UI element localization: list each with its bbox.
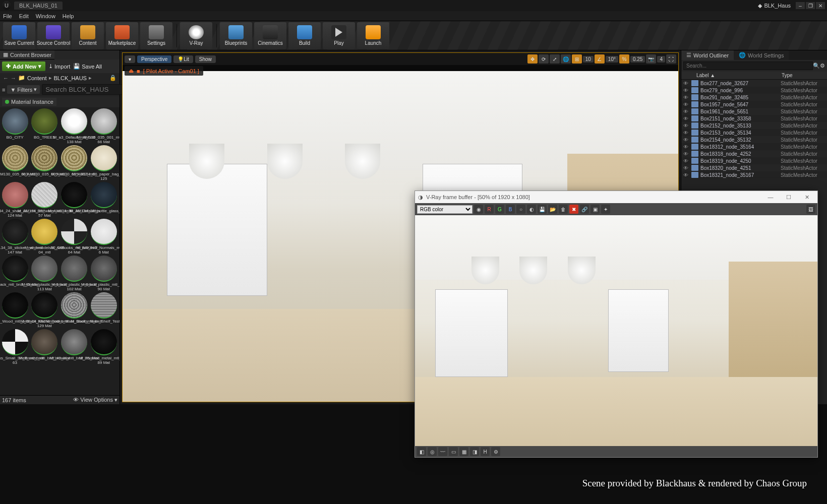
scale-snap-value[interactable]: 0.25 bbox=[630, 56, 645, 62]
vfb-h-icon[interactable]: H bbox=[481, 447, 490, 456]
grid-snap-icon[interactable]: ⊞ bbox=[572, 54, 582, 64]
vfb-titlebar[interactable]: ◑ V-Ray frame buffer - [50% of 1920 x 10… bbox=[415, 191, 817, 203]
vfb-load-icon[interactable]: 📂 bbox=[548, 205, 557, 214]
outliner-search-input[interactable] bbox=[683, 61, 813, 70]
visibility-icon[interactable]: 👁 bbox=[682, 95, 689, 100]
asset-item[interactable]: M_AM134_06_paper_bag_mtl_brdf 125 bbox=[90, 145, 117, 181]
asset-item[interactable]: M_AM134_38_bottle_glass_white_mtl bbox=[90, 182, 117, 218]
search-icon[interactable]: 🔍 bbox=[813, 62, 820, 69]
toolbar-source-control-button[interactable]: Source Control bbox=[37, 22, 70, 49]
vfb-switch-icon[interactable]: ◐ bbox=[527, 205, 536, 214]
asset-item[interactable]: M_black_plastic_mtl_brdf 90 Mat bbox=[90, 256, 117, 291]
toolbar-play-button[interactable]: Play bbox=[323, 22, 355, 49]
vray-frame-buffer-window[interactable]: ◑ V-Ray frame buffer - [50% of 1920 x 10… bbox=[415, 191, 818, 458]
toolbar-settings-button[interactable]: Settings bbox=[140, 22, 172, 49]
tab-world-outliner[interactable]: ☰ World Outliner bbox=[681, 50, 734, 60]
vfb-stamp-icon[interactable]: ▭ bbox=[449, 447, 458, 456]
translate-gizmo-icon[interactable]: ✥ bbox=[527, 54, 538, 64]
toolbar-cinematics-button[interactable]: Cinematics bbox=[254, 22, 286, 49]
perspective-button[interactable]: Perspective bbox=[137, 55, 171, 63]
coord-space-icon[interactable]: 🌐 bbox=[561, 54, 571, 64]
asset-item[interactable]: BG_CITY bbox=[1, 108, 29, 144]
outliner-row[interactable]: 👁Box2151_node_33358StaticMeshActor bbox=[681, 115, 827, 122]
menu-window[interactable]: Window bbox=[36, 13, 55, 19]
toolbar-launch-button[interactable]: Launch bbox=[357, 22, 389, 49]
toolbar-build-button[interactable]: Build bbox=[288, 22, 321, 49]
stop-pilot-icon[interactable]: ■ bbox=[137, 68, 140, 74]
outliner-row[interactable]: 👁Box18318_node_4252StaticMeshActor bbox=[681, 150, 827, 157]
outliner-row[interactable]: 👁Box18320_node_4251StaticMeshActor bbox=[681, 164, 827, 171]
crumb-content[interactable]: Content bbox=[27, 75, 47, 81]
tab-world-settings[interactable]: 🌐 World Settings bbox=[734, 50, 789, 60]
asset-item[interactable]: M_brushed_metal_mtl_brdf 89 Mat bbox=[90, 329, 117, 365]
vfb-curve-icon[interactable]: 〰 bbox=[438, 447, 447, 456]
outliner-row[interactable]: 👁Box291_node_32485StaticMeshActor bbox=[681, 94, 827, 101]
vfb-maximize-button[interactable]: ☐ bbox=[781, 194, 796, 201]
view-options-button[interactable]: 👁 View Options ▾ bbox=[73, 397, 117, 403]
rotate-gizmo-icon[interactable]: ⟳ bbox=[539, 54, 549, 64]
save-all-button[interactable]: 💾 Save All bbox=[73, 63, 102, 70]
visibility-icon[interactable]: 👁 bbox=[682, 109, 689, 114]
visibility-icon[interactable]: 👁 bbox=[682, 144, 689, 150]
vfb-mono-icon[interactable]: ○ bbox=[516, 205, 525, 214]
angle-snap-value[interactable]: 10° bbox=[606, 56, 618, 62]
toolbar-blueprints-button[interactable]: Blueprints bbox=[220, 22, 252, 49]
vfb-stop-icon[interactable]: ✖ bbox=[569, 205, 578, 214]
vfb-compare-icon[interactable]: ◨ bbox=[470, 447, 479, 456]
visibility-icon[interactable]: 👁 bbox=[682, 172, 689, 178]
vfb-red-button[interactable]: R bbox=[485, 205, 494, 214]
asset-item[interactable]: M_AM130_035_001_mtl_brdf 66 Mat bbox=[90, 108, 117, 144]
minimize-button[interactable]: – bbox=[796, 2, 805, 9]
column-label[interactable]: Label ▲ bbox=[681, 73, 782, 78]
menu-help[interactable]: Help bbox=[63, 13, 74, 19]
visibility-icon[interactable]: 👁 bbox=[682, 116, 689, 121]
outliner-row[interactable]: 👁Box1961_node_5651StaticMeshActor bbox=[681, 108, 827, 115]
toolbar-v-ray-button[interactable]: V-Ray bbox=[180, 22, 212, 49]
angle-snap-icon[interactable]: ∠ bbox=[595, 54, 605, 64]
column-type[interactable]: Type bbox=[782, 73, 827, 78]
scale-gizmo-icon[interactable]: ⤢ bbox=[550, 54, 560, 64]
content-browser-tab[interactable]: ▦ Content Browser bbox=[0, 50, 54, 59]
visibility-icon[interactable]: 👁 bbox=[682, 81, 689, 86]
scale-snap-icon[interactable]: % bbox=[619, 54, 629, 64]
vfb-close-button[interactable]: ✕ bbox=[799, 194, 814, 201]
toolbar-content-button[interactable]: Content bbox=[72, 22, 104, 49]
document-tab[interactable]: BLK_HAUS_01 bbox=[14, 2, 63, 10]
visibility-icon[interactable]: 👁 bbox=[682, 158, 689, 164]
camera-speed-value[interactable]: 4 bbox=[657, 56, 665, 62]
menu-edit[interactable]: Edit bbox=[19, 13, 29, 19]
vfb-cc-icon[interactable]: ◧ bbox=[417, 447, 426, 456]
filter-icon[interactable]: ⚙ bbox=[820, 62, 825, 69]
lit-button[interactable]: 💡Lit bbox=[173, 55, 193, 63]
visibility-icon[interactable]: 👁 bbox=[682, 165, 689, 171]
show-button[interactable]: Show bbox=[195, 55, 216, 63]
visibility-icon[interactable]: 👁 bbox=[682, 102, 689, 107]
outliner-row[interactable]: 👁Box1957_node_5647StaticMeshActor bbox=[681, 101, 827, 108]
toolbar-marketplace-button[interactable]: Marketplace bbox=[106, 22, 138, 49]
visibility-icon[interactable]: 👁 bbox=[682, 130, 689, 136]
toolbar-save-current-button[interactable]: Save Current bbox=[3, 22, 35, 49]
eject-icon[interactable]: ⏏ bbox=[129, 68, 134, 74]
visibility-icon[interactable]: 👁 bbox=[682, 137, 689, 143]
camera-speed-icon[interactable]: 📷 bbox=[646, 54, 656, 64]
outliner-row[interactable]: 👁Box18321_node_35167StaticMeshActor bbox=[681, 171, 827, 178]
vfb-pixel-icon[interactable]: ▦ bbox=[459, 447, 468, 456]
visibility-icon[interactable]: 👁 bbox=[682, 88, 689, 93]
filters-button[interactable]: ▼Filters▾ bbox=[7, 85, 40, 94]
vfb-minimize-button[interactable]: — bbox=[763, 194, 778, 200]
outliner-row[interactable]: 👁Box277_node_32627StaticMeshActor bbox=[681, 80, 827, 87]
vfb-link-icon[interactable]: 🔗 bbox=[580, 205, 589, 214]
import-button[interactable]: ⤓ Import bbox=[48, 63, 70, 70]
vfb-track-icon[interactable]: ✦ bbox=[601, 205, 610, 214]
vfb-render-view[interactable] bbox=[415, 215, 817, 446]
folder-icon[interactable]: 📁 bbox=[18, 75, 25, 81]
visibility-icon[interactable]: 👁 bbox=[682, 151, 689, 157]
outliner-row[interactable]: 👁Box2152_node_35133StaticMeshActor bbox=[681, 122, 827, 129]
maximize-button[interactable]: ❐ bbox=[806, 2, 815, 9]
add-new-button[interactable]: ✚ Add New ▾ bbox=[2, 61, 45, 71]
vfb-save-icon[interactable]: 💾 bbox=[538, 205, 547, 214]
vfb-green-button[interactable]: G bbox=[495, 205, 504, 214]
asset-item[interactable]: M_BAKING_Normals_mtl_brdf 6 Mat bbox=[90, 219, 117, 255]
crumb-folder[interactable]: BLCK_HAUS bbox=[54, 75, 87, 81]
menu-file[interactable]: File bbox=[3, 13, 12, 19]
